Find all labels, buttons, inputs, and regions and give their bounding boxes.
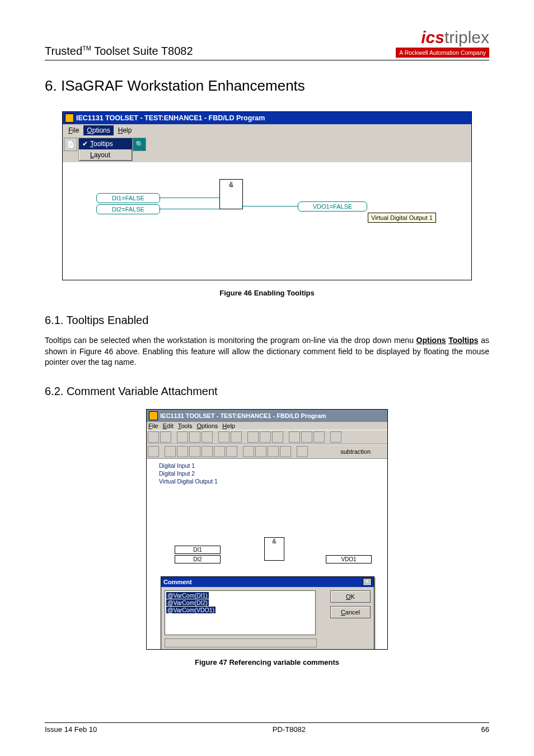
logo-block: icstriplex A Rockwell Automation Company — [396, 28, 489, 58]
label-subtraction: subtraction — [340, 448, 371, 455]
comment-line-2: @VarCom(DI2) — [166, 599, 209, 606]
comment-dialog[interactable]: Comment × @VarCom(DI1) @VarCom(DI2) @Var… — [161, 576, 374, 649]
figure-46-caption: Figure 46 Enabling Tooltips — [45, 289, 489, 297]
tb-btn[interactable] — [231, 431, 242, 443]
tb-btn[interactable] — [165, 446, 176, 457]
menu-bar[interactable]: File Options Help — [63, 124, 471, 137]
window-titlebar-2: IEC1131 TOOLSET - TEST:ENHANCE1 - FBD/LD… — [147, 410, 387, 422]
dialog-buttons: OK Cancel — [330, 590, 371, 622]
heading-1: 6. ISaGRAF Workstation Enhancements — [45, 77, 489, 95]
block-vdo1[interactable]: VDO1=FALSE — [298, 201, 367, 212]
trademark: TM — [82, 45, 91, 51]
wire — [242, 206, 298, 206]
wire — [159, 198, 219, 198]
comment-textarea[interactable]: @VarCom(DI1) @VarCom(DI2) @VarCom(VDO1) — [165, 590, 316, 635]
app-icon — [149, 411, 158, 420]
cancel-button[interactable]: Cancel — [330, 606, 371, 618]
var-label-di2: Digital Input 2 — [159, 470, 195, 477]
menu-file[interactable]: File — [148, 422, 158, 429]
footer-right: 66 — [481, 725, 489, 734]
and-gate[interactable]: & — [264, 537, 284, 561]
page-footer: Issue 14 Feb 10 PD-T8082 66 — [45, 722, 489, 734]
block-di1[interactable]: DI1 — [175, 546, 221, 554]
tb-btn[interactable] — [297, 446, 308, 457]
header-prefix: Trusted — [45, 45, 82, 57]
app-icon — [65, 114, 74, 123]
tb-btn[interactable] — [148, 431, 159, 443]
toolbar-row-2: subtraction — [147, 444, 387, 459]
logo-triplex: triplex — [444, 28, 489, 46]
window-titlebar: IEC1131 TOOLSET - TEST:ENHANCE1 - FBD/LD… — [63, 112, 471, 124]
tb-btn[interactable] — [260, 431, 271, 443]
wire — [159, 209, 219, 209]
and-gate[interactable]: & — [219, 179, 243, 209]
menu-tools[interactable]: Tools — [178, 422, 193, 429]
figure-47-caption: Figure 47 Referencing variable comments — [45, 658, 489, 666]
tb-btn[interactable] — [330, 431, 341, 443]
tb-btn[interactable] — [301, 431, 312, 443]
check-icon: ✔ — [82, 140, 88, 145]
close-icon[interactable]: × — [363, 578, 372, 586]
logo-text: icstriplex — [396, 28, 489, 47]
tb-btn[interactable] — [280, 446, 291, 457]
menu-options[interactable]: Options — [83, 125, 113, 135]
tb-btn[interactable] — [243, 446, 254, 457]
block-di1[interactable]: DI1=FALSE — [96, 193, 160, 203]
toolbar-button[interactable]: 📄 — [64, 138, 77, 151]
tb-btn[interactable] — [177, 431, 188, 443]
footer-left: Issue 14 Feb 10 — [45, 725, 97, 734]
menu-help[interactable]: Help — [222, 422, 235, 429]
tb-btn[interactable] — [247, 431, 259, 443]
tb-btn[interactable] — [226, 446, 237, 457]
tb-btn[interactable] — [177, 446, 188, 457]
heading-6-1: 6.1. Tooltips Enabled — [45, 314, 489, 327]
tb-btn[interactable] — [268, 446, 279, 457]
tb-btn[interactable] — [214, 446, 225, 457]
comment-titlebar: Comment × — [161, 577, 374, 587]
menu-file[interactable]: File — [65, 125, 82, 135]
tb-btn[interactable] — [272, 431, 283, 443]
dropdown-tooltips[interactable]: ✔Tooltips — [79, 138, 132, 149]
dropdown-layout[interactable]: Layout — [79, 149, 132, 161]
page-header: TrustedTM Toolset Suite T8082 icstriplex… — [45, 28, 489, 60]
tb-btn[interactable] — [255, 446, 266, 457]
tb-btn[interactable] — [189, 446, 200, 457]
tb-btn[interactable] — [289, 431, 300, 443]
horizontal-scrollbar[interactable] — [165, 638, 317, 647]
toolbar: 📄 ✔Tooltips Layout 🔍 — [63, 137, 471, 162]
block-di2[interactable]: DI2=FALSE — [96, 204, 160, 214]
tb-btn[interactable] — [148, 446, 159, 457]
toolbar-zoom-button[interactable]: 🔍 — [133, 138, 146, 151]
screenshot-comment-variable: IEC1131 TOOLSET - TEST:ENHANCE1 - FBD/LD… — [146, 409, 388, 650]
screenshot-enabling-tooltips: IEC1131 TOOLSET - TEST:ENHANCE1 - FBD/LD… — [62, 111, 472, 280]
menu-bar-2[interactable]: File Edit Tools Options Help — [147, 422, 387, 430]
paragraph-tooltips: Tooltips can be selected when the workst… — [45, 335, 489, 368]
footer-center: PD-T8082 — [273, 725, 306, 734]
fbd-canvas: DI1=FALSE DI2=FALSE & VDO1=FALSE Virtual… — [63, 162, 471, 280]
menu-edit[interactable]: Edit — [163, 422, 174, 429]
header-suffix: Toolset Suite T8082 — [91, 45, 193, 57]
block-di2[interactable]: DI2 — [175, 555, 221, 564]
menu-options[interactable]: Options — [196, 422, 218, 429]
menu-help[interactable]: Help — [115, 125, 135, 135]
ok-button[interactable]: OK — [330, 590, 371, 603]
comment-line-3: @VarCom(VDO1) — [166, 607, 216, 613]
comment-line-1: @VarCom(DI1) — [166, 592, 209, 599]
logo-ics: ics — [421, 28, 444, 46]
var-label-vdo1: Virtual Digital Output 1 — [159, 478, 218, 485]
options-dropdown[interactable]: ✔Tooltips Layout — [78, 138, 133, 161]
logo-subtitle: A Rockwell Automation Company — [396, 48, 489, 58]
window-title-2: IEC1131 TOOLSET - TEST:ENHANCE1 - FBD/LD… — [160, 412, 326, 419]
heading-6-2: 6.2. Comment Variable Attachment — [45, 385, 489, 398]
header-left: TrustedTM Toolset Suite T8082 — [45, 45, 193, 58]
comment-title: Comment — [163, 579, 192, 585]
tb-btn[interactable] — [218, 431, 229, 443]
tb-btn[interactable] — [189, 431, 200, 443]
tooltip-popup: Virtual Digital Output 1 — [368, 213, 436, 223]
tb-btn[interactable] — [160, 431, 171, 443]
toolbar-row-1 — [147, 430, 387, 444]
tb-btn[interactable] — [202, 446, 213, 457]
tb-btn[interactable] — [202, 431, 213, 443]
block-vdo1[interactable]: VDO1 — [326, 555, 372, 564]
tb-btn[interactable] — [313, 431, 325, 443]
